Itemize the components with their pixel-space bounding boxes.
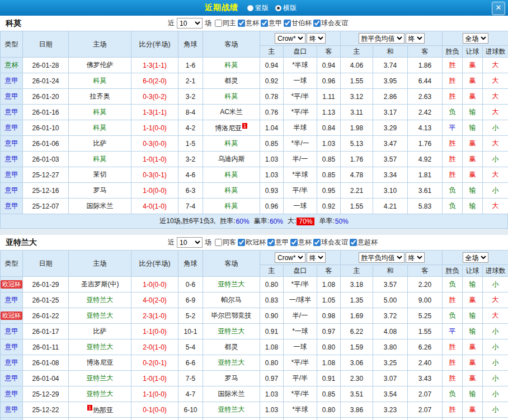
filter-option-0[interactable]: 同主 xyxy=(215,18,236,28)
cell-league: 意甲 xyxy=(1,89,23,105)
filter-checkbox[interactable] xyxy=(267,239,275,246)
radio-label: 横版 xyxy=(283,3,297,13)
odds-company-select[interactable]: Crow* xyxy=(275,252,305,263)
col-score: 比分(半场) xyxy=(131,31,178,58)
red-card-badge: 1 xyxy=(242,123,247,129)
filter-option-2[interactable]: 意甲 xyxy=(261,18,282,28)
section-divider xyxy=(0,229,508,235)
cell-league: 意甲 xyxy=(1,339,23,355)
filter-checkbox[interactable] xyxy=(215,20,222,27)
layout-radio-horizontal[interactable]: 横版 xyxy=(275,3,297,13)
checkbox-label: 意甲 xyxy=(275,238,289,247)
filter-checkbox[interactable] xyxy=(238,20,245,27)
team-text: 科莫 xyxy=(225,61,238,69)
avg-select[interactable]: 胜平负均值 xyxy=(359,252,404,263)
team-text: 科莫 xyxy=(225,186,238,194)
cell-league: 欧冠杯 xyxy=(1,308,23,324)
filter-checkbox[interactable] xyxy=(313,20,321,27)
cell-league: 意甲 xyxy=(1,152,23,167)
filter-checkbox[interactable] xyxy=(215,239,222,246)
filter-checkbox[interactable] xyxy=(290,239,298,246)
scope-select[interactable]: 全场 xyxy=(463,252,488,263)
cell-odds-away: 0.85 xyxy=(317,386,341,402)
filter-checkbox[interactable] xyxy=(350,239,357,246)
cell-goals: 小 xyxy=(483,402,508,418)
avg-time-select[interactable]: 终 xyxy=(406,33,425,44)
cell-goals: 小 xyxy=(483,277,508,292)
filter-checkbox[interactable] xyxy=(313,239,321,246)
cell-avg-home: 1.55 xyxy=(341,199,373,214)
cell-handicap-result: 输 xyxy=(463,308,483,324)
recent-count-select[interactable]: 10 xyxy=(177,237,203,248)
filter-option-1[interactable]: 意杯 xyxy=(238,18,259,28)
filter-option-4[interactable]: 球会友谊 xyxy=(313,238,348,247)
filter-checkbox[interactable] xyxy=(284,20,291,27)
filter-option-5[interactable]: 意超杯 xyxy=(350,238,378,247)
radio-icon[interactable] xyxy=(247,5,253,11)
cell-handicap-result: 赢 xyxy=(463,402,483,418)
team-text: 莱切 xyxy=(93,171,107,178)
scope-select[interactable]: 全场 xyxy=(463,33,488,44)
team-text: 罗马 xyxy=(93,186,107,194)
filter-option-3[interactable]: 意杯 xyxy=(290,238,312,247)
cell-result: 胜 xyxy=(443,58,463,73)
cell-avg-away: 3.61 xyxy=(408,183,443,199)
cell-team: AC米兰 xyxy=(203,105,260,120)
filter-option-0[interactable]: 同客 xyxy=(215,238,236,247)
cell-team: 科莫 xyxy=(203,183,260,199)
cell-odds-away: 0.85 xyxy=(317,152,341,167)
cell-avg-draw: 3.54 xyxy=(373,386,408,402)
radio-label: 竖版 xyxy=(255,3,269,13)
cell-result: 胜 xyxy=(443,73,463,89)
cell-goals: 大 xyxy=(483,105,508,120)
cell-league: 意甲 xyxy=(1,199,23,214)
cell-avg-away: 4.92 xyxy=(408,152,443,167)
filter-option-1[interactable]: 欧冠杯 xyxy=(238,238,266,247)
close-button[interactable]: ✕ xyxy=(492,2,505,15)
cell-avg-home: 3.06 xyxy=(341,355,373,371)
cell-team: 科莫 xyxy=(203,167,260,183)
match-row: 欧冠杯26-01-29圣吉罗斯(中)1-0(0-0)0-6亚特兰大0.80*平/… xyxy=(1,277,508,292)
layout-radio-vertical[interactable]: 竖版 xyxy=(247,3,269,13)
team-text: 热那亚 xyxy=(93,406,113,414)
cell-goals: 大 xyxy=(483,58,508,73)
recent-count-select[interactable]: 10 xyxy=(177,18,203,29)
avg-time-select[interactable]: 终 xyxy=(406,252,425,263)
filter-option-4[interactable]: 球会友谊 xyxy=(313,18,348,28)
cell-result: 平 xyxy=(443,120,463,136)
summary-stat: 单率:50% xyxy=(319,216,348,226)
close-icon: ✕ xyxy=(496,3,502,12)
cell-team: 亚特兰大 xyxy=(69,371,131,386)
filter-checkbox[interactable] xyxy=(261,20,268,27)
team-text: AC米兰 xyxy=(220,108,243,116)
cell-result: 负 xyxy=(443,277,463,292)
avg-select[interactable]: 胜平负均值 xyxy=(359,33,404,44)
cup-league-badge: 欧冠杯 xyxy=(1,312,22,320)
cell-team: 科莫 xyxy=(69,105,131,120)
cell-score: 1-0(1-0) xyxy=(131,152,178,167)
match-row: 意甲26-01-04亚特兰大1-0(1-0)7-5罗马0.97平/半0.912.… xyxy=(1,371,508,386)
filter-option-2[interactable]: 意甲 xyxy=(267,238,289,247)
odds-time-select[interactable]: 终 xyxy=(307,33,326,44)
team-text: 亚特兰大 xyxy=(218,327,245,335)
team-text: 科莫 xyxy=(93,77,107,84)
odds-time-select[interactable]: 终 xyxy=(307,252,326,263)
cell-team: 亚特兰大 xyxy=(203,277,260,292)
cell-odds-away: 0.92 xyxy=(317,199,341,214)
sub-avg-home: 主 xyxy=(341,265,373,277)
cell-team: 科莫 xyxy=(203,89,260,105)
cell-avg-home: 3.12 xyxy=(341,89,373,105)
cell-avg-away: 5.25 xyxy=(408,308,443,324)
cell-goals: 小 xyxy=(483,339,508,355)
sub-result: 胜负 xyxy=(443,46,463,58)
filter-option-3[interactable]: 甘伯杯 xyxy=(284,18,312,28)
cell-team: 科莫 xyxy=(69,73,131,89)
filter-checkbox[interactable] xyxy=(238,239,245,246)
team-name: 科莫 xyxy=(6,18,21,29)
radio-icon[interactable] xyxy=(275,5,281,11)
cell-avg-home: 3.86 xyxy=(341,402,373,418)
match-row: 意甲25-12-14亚特兰大2-1(1-0)5-4卡利亚里1.04球半0.841… xyxy=(1,418,508,420)
cell-team: 罗马 xyxy=(69,183,131,199)
section-header: 科莫 近 10 场 同主意杯意甲甘伯杯球会友谊 xyxy=(0,16,508,31)
odds-company-select[interactable]: Crow* xyxy=(275,33,305,44)
